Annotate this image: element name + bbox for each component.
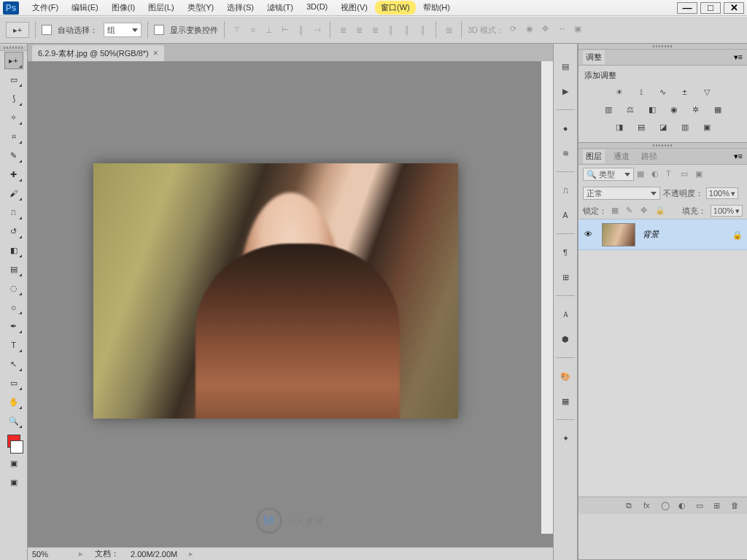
menu-选择[interactable]: 选择(S) [221, 1, 260, 15]
zoom3d-icon[interactable]: ▣ [574, 24, 586, 36]
adj-lut-icon[interactable]: ▦ [711, 103, 725, 116]
rectangle-tool[interactable]: ▭ [4, 374, 23, 392]
crop-tool[interactable]: ⌗ [4, 128, 23, 145]
fill-field[interactable]: 100%▾ [711, 205, 743, 217]
clone-panel-icon[interactable]: ⎍ [557, 182, 573, 198]
zoom-field[interactable]: 50% [32, 550, 67, 559]
auto-select-checkbox[interactable] [42, 25, 52, 35]
dodge-tool[interactable]: ☼ [4, 298, 23, 316]
orbit-icon[interactable]: ⟳ [510, 24, 522, 36]
adj-invert-icon[interactable]: ◨ [612, 120, 627, 133]
stamp-tool[interactable]: ⎍ [4, 203, 23, 221]
toolbox-grip[interactable] [0, 45, 27, 51]
zoom-tool[interactable]: 🔍 [4, 412, 23, 429]
swatches2-panel-icon[interactable]: ▦ [557, 393, 573, 409]
close-icon[interactable]: × [153, 48, 158, 58]
close-button[interactable]: ✕ [724, 2, 744, 14]
3d-panel-icon[interactable]: ⬢ [557, 331, 573, 347]
adj-vibrance-icon[interactable]: ▥ [601, 103, 616, 116]
char-panel-icon[interactable]: A [557, 207, 573, 223]
adj-photo-filter-icon[interactable]: ◉ [667, 103, 681, 116]
panels-grip[interactable] [578, 44, 747, 50]
adj-exposure-icon[interactable]: ± [678, 85, 692, 98]
lasso-tool[interactable]: ⟆ [4, 90, 23, 107]
move-tool-indicator[interactable]: ▸+ [6, 22, 29, 38]
layer-new-button[interactable]: ⊞ [713, 501, 724, 511]
glyph-a-panel-icon[interactable]: Ａ [557, 306, 573, 322]
align-hcenter-icon[interactable]: ║ [295, 23, 308, 36]
gradient-tool[interactable]: ▤ [4, 260, 23, 278]
dist-right-icon[interactable]: ║ [417, 23, 430, 36]
brush-tool[interactable]: 🖌 [4, 184, 23, 202]
adj-mixer-icon[interactable]: ✲ [689, 103, 703, 116]
panel-menu-icon[interactable]: ▾≡ [734, 52, 743, 62]
document-tab[interactable]: 6.2.9-素材.jpg @ 50%(RGB/8*) × [32, 45, 164, 61]
menu-滤镜[interactable]: 滤镜(T) [261, 1, 299, 15]
panel-menu-icon[interactable]: ▾≡ [734, 152, 743, 161]
marquee-tool[interactable]: ▭ [4, 71, 23, 88]
vertical-scrollbar[interactable] [541, 61, 553, 534]
pan-icon[interactable]: ✥ [542, 24, 554, 36]
dist-vcenter-icon[interactable]: ≣ [352, 23, 365, 36]
eraser-tool[interactable]: ◧ [4, 241, 23, 259]
adj-threshold-icon[interactable]: ◪ [656, 120, 670, 133]
filter-pixel-icon[interactable]: ▦ [637, 169, 649, 179]
auto-align-icon[interactable]: ⊞ [442, 23, 455, 36]
screenmode-button[interactable]: ▣ [4, 473, 23, 491]
filter-shape-icon[interactable]: ▭ [681, 169, 692, 179]
menu-图像[interactable]: 图像(I) [106, 1, 141, 15]
healing-tool[interactable]: ✚ [4, 166, 23, 183]
align-bottom-icon[interactable]: ⊥ [263, 23, 276, 36]
tab-channels[interactable]: 通道 [611, 149, 632, 163]
menu-类型[interactable]: 类型(Y) [182, 1, 220, 15]
adj-selective-icon[interactable]: ▣ [700, 120, 714, 133]
adj-balance-icon[interactable]: ⚖ [623, 103, 638, 116]
align-top-icon[interactable]: ⊤ [231, 23, 244, 36]
layer-row[interactable]: 👁背景🔒 [578, 219, 747, 250]
para-panel-icon[interactable]: ¶ [557, 244, 573, 260]
layer-name[interactable]: 背景 [643, 229, 725, 240]
history-brush-tool[interactable]: ↺ [4, 222, 23, 240]
layer-thumbnail[interactable] [602, 223, 635, 246]
slide-icon[interactable]: ↔ [558, 24, 570, 36]
brush-preset-panel-icon[interactable]: ≋ [557, 145, 573, 161]
magic-wand-tool[interactable]: ✧ [4, 109, 23, 126]
layer-mask-button[interactable]: ◯ [661, 501, 671, 511]
align-vcenter-icon[interactable]: ≡ [247, 23, 260, 36]
layer-adjustment-button[interactable]: ◐ [678, 501, 689, 511]
tab-adjustments[interactable]: 调整 [583, 50, 605, 64]
minimize-button[interactable]: — [677, 2, 697, 14]
adj-brightness-icon[interactable]: ☀ [612, 85, 627, 98]
menu-文件[interactable]: 文件(F) [26, 1, 64, 15]
fx-panel-icon[interactable]: ✦ [557, 430, 573, 446]
blur-tool[interactable]: ◌ [4, 279, 23, 297]
opacity-field[interactable]: 100%▾ [706, 187, 738, 199]
maximize-button[interactable]: □ [700, 2, 721, 14]
canvas[interactable]: M 人人素材 [28, 61, 553, 547]
dist-bottom-icon[interactable]: ≣ [368, 23, 382, 36]
layer-trash-button[interactable]: 🗑 [731, 501, 741, 511]
adj-curves-icon[interactable]: ∿ [656, 85, 670, 98]
hand-tool[interactable]: ✋ [4, 393, 23, 411]
quickmask-button[interactable]: ▣ [4, 454, 23, 472]
move-tool[interactable]: ▸+ [4, 52, 23, 69]
menu-视图[interactable]: 视图(V) [335, 1, 374, 15]
layer-link-button[interactable]: ⧉ [626, 501, 636, 511]
actions-panel-icon[interactable]: ▶ [557, 83, 573, 99]
lock-position-icon[interactable]: ✥ [640, 206, 651, 216]
visibility-icon[interactable]: 👁 [584, 230, 595, 240]
swatches-panel-icon[interactable]: 🎨 [557, 368, 573, 384]
layer-group-button[interactable]: ▭ [696, 501, 706, 511]
menu-编辑[interactable]: 编辑(E) [66, 1, 104, 15]
filter-smart-icon[interactable]: ▣ [695, 169, 707, 179]
path-select-tool[interactable]: ↖ [4, 355, 23, 373]
history-panel-icon[interactable]: ▤ [557, 58, 573, 74]
panel-grip[interactable] [578, 143, 747, 149]
brush-tip-panel-icon[interactable]: ● [557, 120, 573, 136]
type-tool[interactable]: T [4, 336, 23, 354]
dist-top-icon[interactable]: ≣ [336, 23, 349, 36]
adj-gradient-map-icon[interactable]: ▥ [678, 120, 692, 133]
show-transform-checkbox[interactable] [154, 25, 164, 35]
filter-adjust-icon[interactable]: ◐ [651, 169, 663, 179]
adj-triangle-icon[interactable]: ▽ [700, 85, 714, 98]
